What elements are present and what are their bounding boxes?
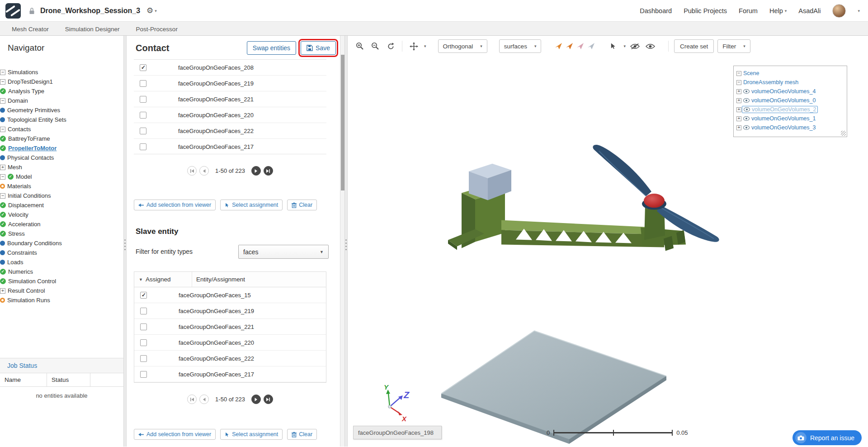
eye-icon[interactable] <box>743 89 750 94</box>
entity-row[interactable]: faceGroupOnGeoFaces_15 <box>134 287 326 303</box>
clear-button[interactable]: Clear <box>287 200 317 210</box>
tree-item[interactable]: Simulation Runs <box>0 295 123 305</box>
eye-icon[interactable] <box>743 116 750 121</box>
next-page-button[interactable] <box>251 166 261 176</box>
tree-item[interactable]: BattreyToFrame <box>0 134 123 143</box>
nav-public-projects[interactable]: Public Projects <box>684 7 727 14</box>
clip-plane-icon[interactable] <box>576 42 585 50</box>
tree-expander-icon[interactable] <box>0 79 5 85</box>
tree-expander-icon[interactable] <box>736 107 741 112</box>
scene-item-content[interactable]: volumeOnGeoVolumes_2 <box>742 106 818 113</box>
show-all-button[interactable] <box>645 40 656 52</box>
entity-row[interactable]: faceGroupOnGeoFaces_219 <box>134 303 326 319</box>
clip-plane-icon[interactable] <box>555 42 563 50</box>
workbench-tab[interactable]: Post-Processor <box>128 23 186 35</box>
chevron-down-icon[interactable]: ▾ <box>623 44 626 48</box>
row-checkbox[interactable] <box>140 128 146 134</box>
nav-forum[interactable]: Forum <box>739 7 758 14</box>
tree-expander-icon[interactable] <box>0 127 5 132</box>
scene-item-content[interactable]: volumeOnGeoVolumes_3 <box>743 124 816 131</box>
tree-item[interactable]: Constraints <box>0 248 123 257</box>
refresh-view-button[interactable] <box>385 40 396 52</box>
tree-item[interactable]: Analysis Type <box>0 86 123 96</box>
entity-row[interactable]: faceGroupOnGeoFaces_221 <box>134 91 326 107</box>
row-checkbox[interactable] <box>140 308 147 314</box>
entity-row[interactable]: faceGroupOnGeoFaces_220 <box>134 107 326 123</box>
row-checkbox[interactable] <box>140 355 147 362</box>
panel-scrollbar[interactable] <box>340 36 344 447</box>
eye-icon[interactable] <box>743 125 750 130</box>
tree-item[interactable]: Boundary Conditions <box>0 238 123 248</box>
eye-icon[interactable] <box>744 107 750 112</box>
first-page-button[interactable] <box>187 166 197 176</box>
scene-tree-item[interactable]: volumeOnGeoVolumes_0 <box>736 96 844 105</box>
user-avatar[interactable] <box>832 4 846 18</box>
add-selection-button[interactable]: Add selection from viewer <box>134 429 216 440</box>
scene-item-content[interactable]: volumeOnGeoVolumes_4 <box>743 88 816 95</box>
project-settings-gear-icon[interactable]: ⚙ ▾ <box>146 6 157 15</box>
tree-expander-icon[interactable] <box>0 165 5 170</box>
entity-row[interactable]: faceGroupOnGeoFaces_208 <box>134 60 326 76</box>
tree-expander-icon[interactable] <box>736 116 741 121</box>
select-assignment-button[interactable]: Select assignment <box>220 429 283 440</box>
tree-expander-icon[interactable] <box>736 98 741 103</box>
filter-dropdown[interactable]: Filter ▾ <box>717 39 750 53</box>
select-tool-button[interactable] <box>607 40 619 52</box>
assigned-filter-caret-icon[interactable]: ▼ <box>139 277 143 282</box>
tree-item[interactable]: Geometry Primitives <box>0 105 123 115</box>
entity-row[interactable]: faceGroupOnGeoFaces_222 <box>134 351 326 366</box>
last-page-button[interactable] <box>264 166 273 176</box>
scene-tree-item[interactable]: volumeOnGeoVolumes_3 <box>736 123 844 132</box>
clear-button[interactable]: Clear <box>287 429 317 440</box>
add-selection-button[interactable]: Add selection from viewer <box>134 200 216 210</box>
tree-expander-icon[interactable] <box>736 80 741 85</box>
row-checkbox[interactable] <box>140 339 147 346</box>
tree-item[interactable]: Simulations <box>0 67 123 77</box>
scene-tree-item[interactable]: volumeOnGeoVolumes_4 <box>736 87 844 96</box>
tree-item[interactable]: Topological Entity Sets <box>0 115 123 124</box>
select-assignment-button[interactable]: Select assignment <box>220 200 283 210</box>
row-checkbox[interactable] <box>140 96 146 103</box>
tree-item[interactable]: Model <box>0 172 123 181</box>
tree-expander-icon[interactable] <box>0 70 5 75</box>
tree-item[interactable]: Numerics <box>0 267 123 276</box>
nav-dashboard[interactable]: Dashboard <box>640 7 672 14</box>
prev-page-button[interactable] <box>199 395 209 404</box>
panel-resize-handle[interactable] <box>344 36 348 447</box>
username[interactable]: AsadAli <box>798 7 821 14</box>
entity-row[interactable]: faceGroupOnGeoFaces_219 <box>134 76 326 91</box>
tree-item[interactable]: Physical Contacts <box>0 153 123 162</box>
tree-expander-icon[interactable] <box>736 89 741 94</box>
row-checkbox[interactable] <box>140 80 146 87</box>
tree-expander-icon[interactable] <box>0 193 5 199</box>
viewer-3d[interactable]: ▾ Orthogonal ▾ surfaces ▾ <box>348 36 868 447</box>
pan-tool-button[interactable] <box>408 40 420 52</box>
panel-resize-handle[interactable] <box>123 36 127 447</box>
row-checkbox[interactable] <box>140 112 146 119</box>
tree-item[interactable]: Initial Conditions <box>0 191 123 200</box>
eye-icon[interactable] <box>743 98 750 103</box>
tree-item[interactable]: PropellerToMotor <box>0 143 123 153</box>
scene-item-content[interactable]: Scene <box>743 70 759 76</box>
chevron-down-icon[interactable]: ▾ <box>424 44 426 48</box>
row-checkbox[interactable] <box>140 143 146 150</box>
workbench-tab[interactable]: Simulation Designer <box>57 23 128 35</box>
tree-expander-icon[interactable] <box>736 125 741 130</box>
tree-item[interactable]: Materials <box>0 181 123 191</box>
app-logo[interactable] <box>5 3 21 19</box>
entity-row[interactable]: faceGroupOnGeoFaces_217 <box>134 139 326 154</box>
scrollbar-thumb[interactable] <box>341 55 344 190</box>
tree-item[interactable]: Displacement <box>0 200 123 210</box>
tree-expander-icon[interactable] <box>0 174 5 180</box>
entity-row[interactable]: faceGroupOnGeoFaces_217 <box>134 366 326 382</box>
tree-expander-icon[interactable] <box>0 98 5 104</box>
row-checkbox[interactable] <box>140 64 146 71</box>
row-checkbox[interactable] <box>140 323 147 330</box>
scene-item-content[interactable]: DroneAssembly mesh <box>743 79 798 86</box>
tree-item[interactable]: Stress <box>0 229 123 238</box>
clip-plane-icon[interactable] <box>587 42 595 50</box>
tree-expander-icon[interactable] <box>736 71 741 76</box>
next-page-button[interactable] <box>251 395 261 404</box>
nav-help[interactable]: Help ▾ <box>769 7 787 14</box>
save-button[interactable]: Save <box>301 41 336 55</box>
